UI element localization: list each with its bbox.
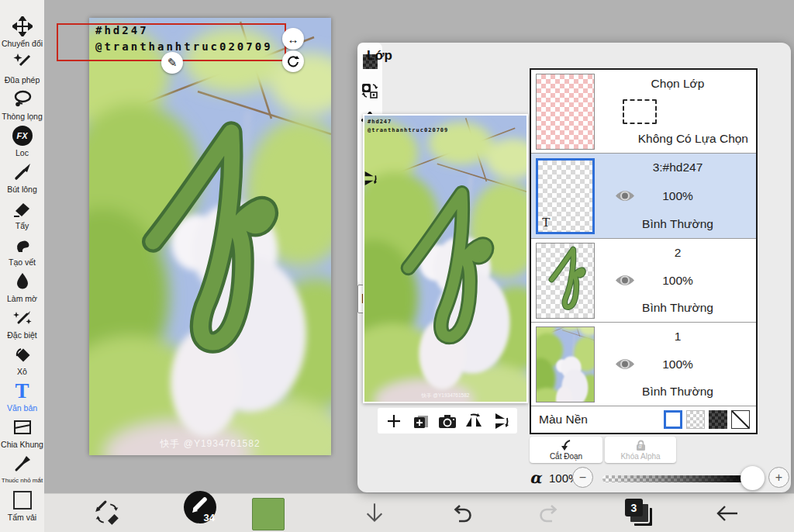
layer-name: 3:#hd247 xyxy=(604,161,751,174)
layer-name: 2 xyxy=(604,246,751,260)
layer-2-thumbnail xyxy=(536,243,595,319)
tool-eraser[interactable]: Tẩy xyxy=(0,195,44,231)
bg-transparent-swatch[interactable] xyxy=(686,410,705,429)
text-icon: T xyxy=(15,379,29,402)
clipping-button[interactable]: Cắt Đoạn xyxy=(530,437,602,463)
marquee-icon xyxy=(623,99,657,124)
swap-brush-eraser-icon[interactable] xyxy=(93,499,121,527)
lasso-icon xyxy=(12,88,33,111)
layer-blend-mode: Bình Thường xyxy=(604,385,751,399)
eraser-icon xyxy=(12,197,33,220)
watermark-text: 快手 @Y1934761582 xyxy=(89,437,331,451)
undo-icon[interactable] xyxy=(449,503,474,524)
brush-size-value: 34 xyxy=(204,512,215,523)
panel-title: Lớp xyxy=(367,48,392,64)
layer-blend-mode: Bình Thường xyxy=(604,301,751,315)
tool-bucket[interactable]: Xô xyxy=(0,340,44,377)
green-letter-layer xyxy=(390,178,496,368)
bg-white-swatch[interactable] xyxy=(664,410,682,429)
tool-smudge[interactable]: Tạo vết xyxy=(0,231,44,268)
redo-icon[interactable] xyxy=(537,503,562,524)
special-pen-icon xyxy=(12,306,33,330)
h-arrow-icon: ↔ xyxy=(288,33,299,46)
layer-3-thumbnail: T xyxy=(536,158,595,234)
bg-none-swatch[interactable] xyxy=(731,410,750,429)
back-arrow-icon[interactable] xyxy=(715,503,740,524)
tool-label: Xô xyxy=(17,366,27,377)
alpha-decrease-button[interactable]: − xyxy=(572,467,593,488)
layer-row-1[interactable]: 1 100% Bình Thường xyxy=(531,323,756,406)
selection-thumbnail xyxy=(536,74,595,150)
drawing-canvas[interactable]: #hd247 @tranthanhtruc020709 快手 @Y1934761… xyxy=(89,18,331,455)
fx-icon: FX xyxy=(12,124,33,147)
tool-canvas[interactable]: Tấm vải xyxy=(0,486,44,523)
text-layer-content: #hd247 @tranthanhtruc020709 xyxy=(368,118,448,135)
layer-selection-row[interactable]: Chọn Lớp Không Có Lựa Chọn xyxy=(531,70,756,154)
duplicate-layer-button[interactable] xyxy=(411,411,431,431)
layer-opacity: 100% xyxy=(662,189,693,202)
tool-blur[interactable]: Làm mờ xyxy=(0,268,44,304)
selection-title: Chọn Lớp xyxy=(604,77,751,91)
tool-divide-frame[interactable]: Chia Khung xyxy=(0,413,44,450)
add-layer-button[interactable] xyxy=(384,411,404,431)
current-color-swatch[interactable] xyxy=(252,498,285,530)
tool-text[interactable]: T Văn bản xyxy=(0,377,44,413)
brush-size-button[interactable]: 34 xyxy=(184,491,216,523)
divide-frame-icon xyxy=(12,416,33,439)
background-color-label: Màu Nền xyxy=(539,413,660,427)
tool-label: Tẩy xyxy=(16,220,29,231)
alpha-symbol: α xyxy=(530,468,541,487)
selection-status: Không Có Lựa Chọn xyxy=(604,132,751,146)
brush-icon xyxy=(12,161,33,184)
layer-row-3[interactable]: T 3:#hd247 100% Bình Thường xyxy=(531,154,756,239)
layer-opacity: 100% xyxy=(662,274,693,287)
tool-lasso[interactable]: Thòng lọng xyxy=(0,85,44,122)
layer-actions-toolbar xyxy=(378,408,517,434)
tool-label: Tấm vải xyxy=(8,512,36,523)
blur-drop-icon xyxy=(12,270,33,293)
flip-vertical-icon[interactable] xyxy=(361,169,379,188)
watermark-text: 快手 @Y1934761582 xyxy=(364,392,526,399)
tool-transform[interactable]: Chuyển đổi xyxy=(0,12,44,49)
rotate-icon xyxy=(287,55,299,67)
bg-dark-checker-swatch[interactable] xyxy=(709,410,727,429)
pencil-icon: ✎ xyxy=(167,56,178,70)
layer-name: 1 xyxy=(604,330,751,344)
clip-arrow-icon xyxy=(560,440,572,451)
tool-label: Thuốc nhỏ mắt xyxy=(2,475,43,486)
alpha-increase-button[interactable]: + xyxy=(768,467,789,488)
tool-sidebar: Chuyển đổi Đũa phép Thòng lọng FX Loc xyxy=(0,0,44,532)
flip-vertical-button[interactable] xyxy=(491,411,511,431)
flip-horizontal-button[interactable] xyxy=(464,411,484,431)
green-letter-layer xyxy=(126,109,281,389)
magic-wand-icon xyxy=(12,51,33,74)
visibility-eye-icon[interactable] xyxy=(615,274,635,287)
tool-special[interactable]: Đặc biệt xyxy=(0,304,44,340)
edit-text-handle[interactable]: ✎ xyxy=(161,52,183,74)
tool-label: Bút lông xyxy=(7,184,37,195)
tool-label: Làm mờ xyxy=(7,293,37,304)
stretch-handle[interactable]: ↔ xyxy=(282,28,304,50)
tool-label: Thòng lọng xyxy=(2,111,43,122)
visibility-eye-icon[interactable] xyxy=(615,358,635,371)
tool-eyedropper[interactable]: Thuốc nhỏ mắt xyxy=(0,450,44,486)
tool-magic-wand[interactable]: Đũa phép xyxy=(0,49,44,85)
rotate-handle[interactable] xyxy=(282,50,304,72)
tool-filter[interactable]: FX Loc xyxy=(0,122,44,158)
alpha-lock-button[interactable]: α Khóa Alpha xyxy=(605,437,676,463)
camera-import-button[interactable] xyxy=(437,411,457,431)
visibility-eye-icon[interactable] xyxy=(615,189,635,202)
alpha-slider-track[interactable] xyxy=(602,475,748,482)
bottom-toolbar: 34 3 xyxy=(44,493,794,532)
canvas-mini-preview[interactable]: #hd247 @tranthanhtruc020709 快手 @Y1934761… xyxy=(363,114,528,403)
down-arrow-icon[interactable] xyxy=(364,502,385,523)
tool-brush[interactable]: Bút lông xyxy=(0,158,44,195)
alpha-slider-knob[interactable] xyxy=(740,466,765,490)
layers-panel: Lớp #hd247 @tranthanhtruc020709 快手 @Y193… xyxy=(357,43,791,492)
photo-thumb xyxy=(537,327,594,402)
layer-row-2[interactable]: 2 100% Bình Thường xyxy=(531,239,756,323)
convert-selection-icon[interactable] xyxy=(361,81,379,100)
layer-opacity: 100% xyxy=(662,358,693,371)
layers-count-button[interactable]: 3 xyxy=(625,499,653,528)
canvas-square-icon xyxy=(13,489,32,512)
